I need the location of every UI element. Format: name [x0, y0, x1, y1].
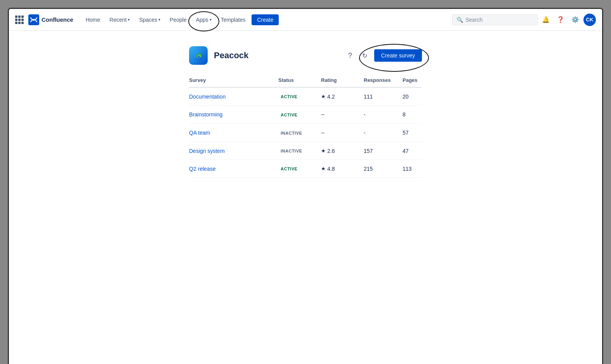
- col-rating: Rating: [317, 74, 360, 87]
- survey-status: INACTIVE: [274, 124, 317, 142]
- survey-pages: 57: [399, 124, 422, 142]
- star-icon: ★: [321, 148, 326, 154]
- nav-spaces[interactable]: Spaces ▾: [134, 14, 165, 25]
- survey-name: Documentation: [189, 87, 274, 106]
- nav-right: 🔍 Search 🔔 ❓ ⚙️ CK: [452, 13, 596, 26]
- search-bar[interactable]: 🔍 Search: [452, 14, 538, 25]
- survey-responses: 215: [360, 160, 399, 178]
- survey-rating: ★2.6: [317, 142, 360, 160]
- nav-recent[interactable]: Recent ▾: [105, 14, 134, 25]
- star-icon: ★: [321, 166, 326, 172]
- help-button[interactable]: ❓: [554, 13, 567, 26]
- navbar: Confluence Home Recent ▾ Spaces ▾ People…: [9, 9, 602, 31]
- rating-value: 2.6: [327, 148, 335, 154]
- survey-name: Design system: [189, 142, 274, 160]
- col-survey: Survey: [189, 74, 274, 87]
- survey-pages: 113: [399, 160, 422, 178]
- apps-grid-icon[interactable]: [15, 16, 24, 24]
- screen: Confluence Home Recent ▾ Spaces ▾ People…: [8, 8, 603, 364]
- survey-status: ACTIVE: [274, 87, 317, 106]
- logo-text: Confluence: [42, 16, 73, 23]
- confluence-logo-icon: [28, 14, 39, 25]
- app-title: Peacock: [214, 50, 248, 61]
- star-icon: ★: [321, 94, 326, 99]
- app-logo-icon: 🦚: [189, 46, 208, 65]
- help-icon: ❓: [557, 16, 564, 23]
- table-row[interactable]: Q2 releaseACTIVE★4.8215113: [189, 160, 422, 178]
- survey-rating: –: [317, 124, 360, 142]
- app-header-left: 🦚 Peacock: [189, 46, 248, 65]
- notifications-button[interactable]: 🔔: [539, 13, 552, 26]
- status-badge: ACTIVE: [278, 166, 300, 172]
- survey-pages: 20: [399, 87, 422, 106]
- survey-rating: –: [317, 106, 360, 124]
- chevron-down-icon: ▾: [128, 17, 130, 22]
- settings-button[interactable]: ⚙️: [569, 13, 582, 26]
- survey-name: Q2 release: [189, 160, 274, 178]
- refresh-icon: ↻: [362, 52, 367, 59]
- survey-name: QA team: [189, 124, 274, 142]
- nav-home[interactable]: Home: [81, 14, 105, 25]
- question-mark-icon: ?: [348, 52, 352, 60]
- dash-icon: –: [321, 129, 325, 136]
- survey-responses: 111: [360, 87, 399, 106]
- search-icon: 🔍: [457, 17, 463, 23]
- col-responses: Responses: [360, 74, 399, 87]
- nav-templates[interactable]: Templates: [216, 14, 250, 25]
- chevron-down-icon: ▾: [210, 17, 212, 22]
- survey-status: ACTIVE: [274, 160, 317, 178]
- survey-responses: 157: [360, 142, 399, 160]
- status-badge: INACTIVE: [278, 148, 304, 154]
- table-row[interactable]: DocumentationACTIVE★4.211120: [189, 87, 422, 106]
- bell-icon: 🔔: [542, 16, 550, 23]
- table-row[interactable]: QA teamINACTIVE–-57: [189, 124, 422, 142]
- search-placeholder: Search: [465, 17, 483, 23]
- status-badge: INACTIVE: [278, 130, 304, 136]
- rating-value: 4.8: [327, 166, 335, 172]
- survey-responses: -: [360, 124, 399, 142]
- svg-text:🦚: 🦚: [196, 52, 203, 59]
- help-icon-button[interactable]: ?: [345, 50, 356, 61]
- create-button[interactable]: Create: [252, 14, 279, 25]
- logo[interactable]: Confluence: [28, 14, 73, 25]
- app-container: 🦚 Peacock ? ↻ Create survey: [189, 46, 422, 178]
- nav-people[interactable]: People: [165, 14, 191, 25]
- avatar[interactable]: CK: [583, 14, 596, 26]
- survey-rating: ★4.8: [317, 160, 360, 178]
- dash-icon: –: [321, 111, 325, 118]
- create-survey-button[interactable]: Create survey: [374, 49, 422, 62]
- col-pages: Pages: [399, 74, 422, 87]
- survey-status: INACTIVE: [274, 142, 317, 160]
- refresh-button[interactable]: ↻: [359, 50, 370, 61]
- survey-table: Survey Status Rating Responses Pages Doc…: [189, 74, 422, 178]
- chevron-down-icon: ▾: [158, 17, 160, 22]
- app-header: 🦚 Peacock ? ↻ Create survey: [189, 46, 422, 65]
- survey-rating: ★4.2: [317, 87, 360, 106]
- app-header-right: ? ↻ Create survey: [345, 49, 422, 62]
- gear-icon: ⚙️: [571, 16, 579, 23]
- survey-responses: -: [360, 106, 399, 124]
- survey-pages: 8: [399, 106, 422, 124]
- table-row[interactable]: Design systemINACTIVE★2.615747: [189, 142, 422, 160]
- survey-pages: 47: [399, 142, 422, 160]
- status-badge: ACTIVE: [278, 112, 300, 118]
- table-header-row: Survey Status Rating Responses Pages: [189, 74, 422, 87]
- nav-apps[interactable]: Apps ▾: [191, 14, 216, 25]
- status-badge: ACTIVE: [278, 94, 300, 100]
- rating-value: 4.2: [327, 94, 335, 100]
- table-row[interactable]: BrainstormingACTIVE–-8: [189, 106, 422, 124]
- survey-status: ACTIVE: [274, 106, 317, 124]
- nav-items: Home Recent ▾ Spaces ▾ People Apps ▾ Tem…: [81, 14, 451, 25]
- main-content: 🦚 Peacock ? ↻ Create survey: [9, 31, 602, 364]
- survey-name: Brainstorming: [189, 106, 274, 124]
- col-status: Status: [274, 74, 317, 87]
